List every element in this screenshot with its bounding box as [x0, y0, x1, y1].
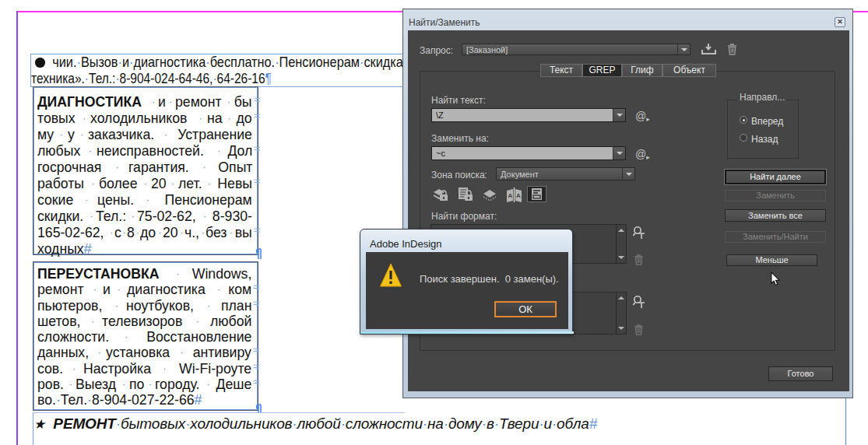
svg-text:A: A [508, 192, 513, 199]
svg-text:A: A [516, 192, 521, 199]
